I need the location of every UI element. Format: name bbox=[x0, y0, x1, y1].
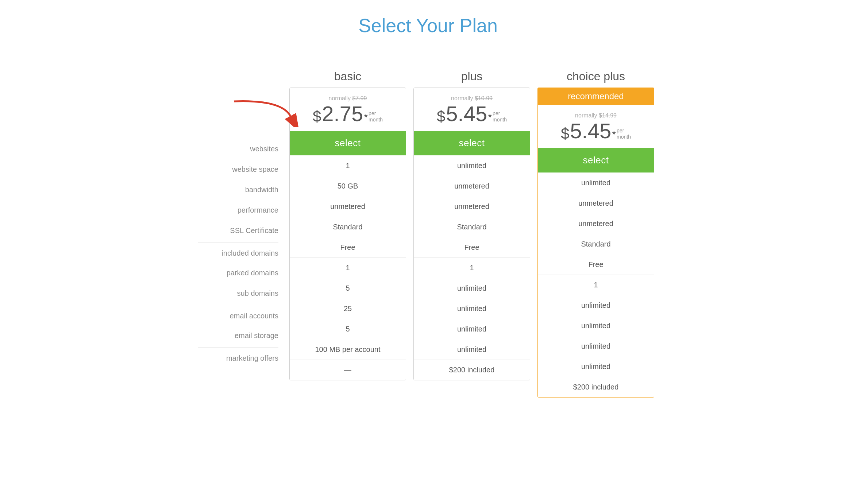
basic-sub-domains: 25 bbox=[290, 298, 406, 319]
plan-basic-asterisk: * bbox=[364, 110, 368, 124]
choice-plus-ssl: Free bbox=[538, 254, 654, 275]
plus-email-storage: unlimited bbox=[414, 339, 530, 360]
plan-choice-plus-price-section: normally $14.99 $ 5.45 * permonth bbox=[538, 105, 654, 148]
plus-ssl: Free bbox=[414, 237, 530, 257]
label-website-space: website space bbox=[198, 159, 278, 179]
plan-basic-select-button[interactable]: select bbox=[290, 131, 406, 155]
choice-plus-websites: unlimited bbox=[538, 172, 654, 193]
plan-basic-features: 1 50 GB unmetered Standard Free 1 5 25 5… bbox=[290, 155, 406, 380]
plan-plus-select-button[interactable]: select bbox=[414, 131, 530, 155]
plan-plus-card: normally $10.99 $ 5.45 * permonth select… bbox=[413, 88, 530, 380]
basic-email-accounts: 5 bbox=[290, 319, 406, 339]
choice-plus-performance: Standard bbox=[538, 234, 654, 254]
label-ssl: SSL Certificate bbox=[198, 220, 278, 241]
label-marketing-offers: marketing offers bbox=[198, 347, 278, 368]
plan-choice-plus-per: permonth bbox=[617, 128, 631, 140]
label-websites: websites bbox=[198, 139, 278, 159]
plan-choice-plus-normally: normally $14.99 bbox=[541, 112, 650, 119]
plan-basic-name: basic bbox=[289, 58, 406, 88]
plus-included-domains: 1 bbox=[414, 257, 530, 278]
plan-choice-plus-features: unlimited unmetered unmetered Standard F… bbox=[538, 172, 654, 397]
basic-email-storage: 100 MB per account bbox=[290, 339, 406, 360]
plan-basic-price-section: normally $7.99 $ 2.75 * permonth bbox=[290, 88, 406, 131]
choice-plus-sub-domains: unlimited bbox=[538, 315, 654, 336]
plan-basic-price-row: $ 2.75 * permonth bbox=[293, 103, 402, 124]
label-performance: performance bbox=[198, 200, 278, 220]
recommended-badge: recommended bbox=[537, 88, 654, 105]
plan-plus-name: plus bbox=[413, 58, 530, 88]
basic-websites: 1 bbox=[290, 155, 406, 176]
label-email-accounts: email accounts bbox=[198, 305, 278, 325]
plan-plus-price-row: $ 5.45 * permonth bbox=[417, 103, 526, 124]
plan-choice-plus-select-button[interactable]: select bbox=[538, 148, 654, 172]
feature-labels-column: websites website space bandwidth perform… bbox=[198, 58, 286, 368]
plan-choice-plus: choice plus recommended normally $14.99 … bbox=[537, 58, 654, 398]
choice-plus-bandwidth: unmetered bbox=[538, 213, 654, 234]
plan-plus-price-section: normally $10.99 $ 5.45 * permonth bbox=[414, 88, 530, 131]
choice-plus-email-accounts: unlimited bbox=[538, 336, 654, 356]
plan-plus-features: unlimited unmetered unmetered Standard F… bbox=[414, 155, 530, 380]
plan-choice-plus-amount: 5.45 bbox=[570, 120, 611, 141]
basic-marketing-offers: — bbox=[290, 360, 406, 380]
basic-parked-domains: 5 bbox=[290, 278, 406, 298]
plan-basic: basic normally $7.99 $ 2.75 * permonth s… bbox=[289, 58, 406, 380]
plus-bandwidth: unmetered bbox=[414, 196, 530, 217]
plus-marketing-offers: $200 included bbox=[414, 360, 530, 380]
plus-parked-domains: unlimited bbox=[414, 278, 530, 298]
plan-plus-amount: 5.45 bbox=[446, 103, 487, 124]
plan-choice-plus-dollar: $ bbox=[561, 126, 569, 141]
basic-performance: Standard bbox=[290, 217, 406, 237]
plan-basic-amount: 2.75 bbox=[322, 103, 363, 124]
plus-website-space: unmetered bbox=[414, 176, 530, 196]
label-bandwidth: bandwidth bbox=[198, 179, 278, 200]
basic-ssl: Free bbox=[290, 237, 406, 257]
label-included-domains: included domains bbox=[198, 242, 278, 263]
plan-basic-normally: normally $7.99 bbox=[293, 95, 402, 102]
choice-plus-parked-domains: unlimited bbox=[538, 295, 654, 315]
plus-sub-domains: unlimited bbox=[414, 298, 530, 319]
label-email-storage: email storage bbox=[198, 325, 278, 346]
plan-plus-per: permonth bbox=[493, 111, 507, 123]
plus-performance: Standard bbox=[414, 217, 530, 237]
plan-choice-plus-asterisk: * bbox=[612, 127, 616, 141]
page-title: Select Your Plan bbox=[7, 15, 849, 36]
plus-email-accounts: unlimited bbox=[414, 319, 530, 339]
basic-website-space: 50 GB bbox=[290, 176, 406, 196]
plan-choice-plus-card: normally $14.99 $ 5.45 * permonth select… bbox=[537, 105, 654, 398]
plan-plus-normally: normally $10.99 bbox=[417, 95, 526, 102]
plan-choice-plus-price-row: $ 5.45 * permonth bbox=[541, 120, 650, 141]
plan-basic-card: normally $7.99 $ 2.75 * permonth select … bbox=[289, 88, 406, 380]
choice-plus-website-space: unmetered bbox=[538, 193, 654, 213]
basic-included-domains: 1 bbox=[290, 257, 406, 278]
plan-plus-dollar: $ bbox=[437, 109, 445, 124]
label-sub-domains: sub domains bbox=[198, 283, 278, 303]
plan-plus-asterisk: * bbox=[488, 110, 492, 124]
label-parked-domains: parked domains bbox=[198, 263, 278, 283]
plan-basic-dollar: $ bbox=[313, 109, 321, 124]
choice-plus-email-storage: unlimited bbox=[538, 356, 654, 377]
plan-basic-per: permonth bbox=[369, 111, 383, 123]
choice-plus-marketing-offers: $200 included bbox=[538, 377, 654, 397]
plan-plus: plus normally $10.99 $ 5.45 * permonth s… bbox=[413, 58, 530, 380]
choice-plus-included-domains: 1 bbox=[538, 275, 654, 295]
plan-choice-plus-name: choice plus bbox=[537, 58, 654, 88]
plus-websites: unlimited bbox=[414, 155, 530, 176]
basic-bandwidth: unmetered bbox=[290, 196, 406, 217]
pricing-wrapper: websites website space bandwidth perform… bbox=[173, 58, 683, 398]
